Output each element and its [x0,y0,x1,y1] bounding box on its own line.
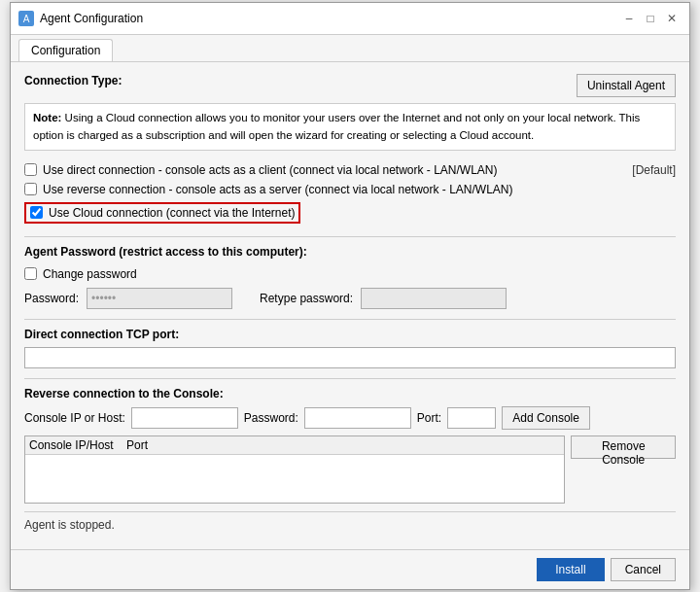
title-bar-controls: – □ ✕ [619,9,682,28]
option-cloud-row: Use Cloud connection (connect via the In… [24,199,676,226]
console-ip-label: Console IP or Host: [24,411,125,425]
divider-3 [24,378,676,379]
bottom-buttons: Install Cancel [11,549,689,589]
console-table-col1-header: Console IP/Host [29,438,126,452]
main-window: A Agent Configuration – □ ✕ Configuratio… [10,2,690,590]
tab-configuration[interactable]: Configuration [18,39,113,61]
minimize-button[interactable]: – [619,9,639,28]
console-port-label: Port: [417,411,441,425]
status-bar: Agent is stopped. [24,511,676,538]
option-direct-label: Use direct connection - console acts as … [43,163,498,177]
reverse-console-title: Reverse connection to the Console: [24,387,676,400]
tcp-port-section: Direct connection TCP port: 4495 [24,328,676,368]
option-reverse-checkbox[interactable] [24,183,37,195]
connection-type-header: Connection Type: [24,74,122,87]
remove-console-button[interactable]: Remove Console [571,435,676,459]
window-title: Agent Configuration [40,12,143,25]
add-console-button[interactable]: Add Console [502,406,590,430]
option-cloud-label: Use Cloud connection (connect via the In… [49,206,295,220]
retype-password-input[interactable] [361,288,507,309]
connection-options: Use direct connection - console acts as … [24,160,676,226]
retype-label: Retype password: [260,292,353,305]
reverse-console-section: Reverse connection to the Console: Conso… [24,387,676,504]
password-input[interactable] [87,288,232,309]
console-password-input[interactable] [304,407,411,429]
console-table-body [25,455,564,459]
option-direct-row: Use direct connection - console acts as … [24,160,676,180]
console-ip-input[interactable] [131,407,238,429]
option-cloud-checkbox[interactable] [30,206,43,219]
option-direct-default: [Default] [632,163,676,177]
tab-bar: Configuration [11,35,689,62]
cloud-option-box: Use Cloud connection (connect via the In… [24,202,300,224]
app-icon: A [18,11,34,26]
password-label: Password: [24,292,79,305]
uninstall-agent-button[interactable]: Uninstall Agent [577,74,676,97]
title-bar-left: A Agent Configuration [18,11,143,26]
change-password-label: Change password [43,267,137,281]
divider-2 [24,319,676,320]
change-password-row: Change password [24,264,676,284]
console-table: Console IP/Host Port [24,435,565,504]
note-text: Using a Cloud connection allows you to m… [33,112,640,140]
option-reverse-label: Use reverse connection - console acts as… [43,183,513,196]
note-label: Note: [33,112,61,123]
console-table-row: Console IP/Host Port Remove Console [24,435,676,504]
install-button[interactable]: Install [537,558,604,581]
console-port-input[interactable]: 444 [447,407,496,429]
console-table-col2-header: Port [126,438,560,452]
close-button[interactable]: ✕ [662,9,682,28]
tcp-port-input[interactable]: 4495 [24,347,676,368]
header-row: Connection Type: Uninstall Agent [24,74,676,97]
tcp-port-title: Direct connection TCP port: [24,328,676,341]
content-area: Connection Type: Uninstall Agent Note: U… [11,62,689,549]
console-input-row: Console IP or Host: Password: Port: 444 … [24,406,676,430]
change-password-checkbox[interactable] [24,267,37,280]
option-direct-checkbox[interactable] [24,163,37,176]
console-password-label: Password: [244,411,298,425]
maximize-button[interactable]: □ [641,9,660,28]
console-buttons: Remove Console [571,435,676,459]
note-box: Note: Using a Cloud connection allows yo… [24,103,676,151]
password-row: Password: Retype password: [24,288,676,309]
title-bar: A Agent Configuration – □ ✕ [11,3,689,35]
console-table-header: Console IP/Host Port [25,436,564,455]
agent-password-section: Agent Password (restrict access to this … [24,245,676,309]
cancel-button[interactable]: Cancel [611,558,676,581]
divider-1 [24,236,676,237]
status-text: Agent is stopped. [24,518,115,532]
agent-password-title: Agent Password (restrict access to this … [24,245,676,259]
option-reverse-row: Use reverse connection - console acts as… [24,180,676,199]
